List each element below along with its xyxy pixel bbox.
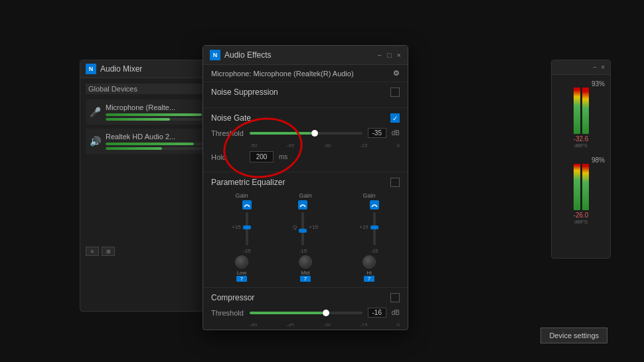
comp-tick-labels: -60 -45 -30 -15 0 [250,322,400,326]
parametric-eq-section: Parametric Equalizer Gain +15 [203,172,408,288]
compressor-checkbox[interactable] [390,293,400,302]
comp-threshold-row: Threshold -16 dB [211,308,400,318]
audio-effects-logo: N [210,50,220,60]
eq-checkbox[interactable] [390,178,400,187]
eq-mid-plus: +15 [309,224,318,230]
threshold-label: Threshold [211,129,244,137]
hold-input[interactable]: 200 [250,151,274,162]
comp-threshold-thumb[interactable] [323,310,329,316]
noise-gate-checkbox[interactable] [390,113,400,123]
speaker-icon: 🔊 [88,135,102,148]
eq-mid-fader-col: -15 [298,200,307,254]
eq-hi-q-knob[interactable] [362,255,376,269]
comp-threshold-slider[interactable] [250,312,362,314]
eq-mid-fader[interactable] [301,212,304,245]
eq-band-mid-gain-label: Gain [299,192,311,199]
list-view-btn[interactable]: ≡ [86,247,99,256]
eq-title: Parametric Equalizer [211,178,285,187]
audio-mixer-title: Audio Mixer [100,64,142,74]
right-minimize-icon[interactable]: − [593,64,597,71]
comp-tick-15: -15 [360,322,368,326]
eq-low-fader-col: -15 [242,200,252,254]
eq-band-low-fader-area: +15 -15 [232,200,252,254]
compressor-title: Compressor [211,293,254,302]
device-name-realtek: Realtek HD Audio 2... [106,133,212,141]
comp-threshold-value: -16 [368,308,386,318]
threshold-slider[interactable] [250,132,362,135]
noise-suppression-title: Noise Suppression [211,88,278,97]
tick-15: -15 [360,143,368,149]
eq-band-hi-gain-label: Gain [362,192,375,199]
noise-suppression-section: Noise Suppression [203,82,408,108]
right-close-icon[interactable]: × [601,64,605,71]
tick-30: -30 [323,143,331,149]
grid-view-btn[interactable]: ⊞ [102,247,115,256]
eq-mid-freq: 7 [300,276,311,282]
comp-tick-60: -60 [250,322,258,326]
eq-hi-fader-thumb[interactable] [370,225,378,229]
noise-gate-header: Noise Gate [211,113,400,123]
eq-low-fader-thumb[interactable] [243,225,251,229]
right-meter-1: 93% -32.6 dBFS [557,80,605,149]
right-panel-controls: − × [593,64,605,71]
eq-mid-label: Mid [301,270,310,276]
eq-hi-curve-btn[interactable] [370,200,379,210]
comp-threshold-fill [250,312,323,314]
right-meter-1-bar-r [582,88,589,134]
eq-hi-plus: +15 [359,224,368,230]
ae-close-btn[interactable]: × [397,51,401,59]
eq-bands-container: Gain +15 -15 [211,192,400,282]
eq-low-fader[interactable] [246,212,248,245]
device-meter-fill-1a [106,113,202,116]
eq-mid-q-knob[interactable] [299,255,312,269]
noise-gate-title: Noise Gate [211,113,251,123]
comp-tick-0: 0 [397,322,400,326]
right-meter-2-db: -26.0 [557,211,605,219]
audio-effects-dialog: N Audio Effects − □ × Microphone: Microp… [202,45,408,330]
threshold-value: -35 [368,128,386,138]
right-meter-2-bars [557,164,605,210]
audio-effects-titlebar: N Audio Effects − □ × [203,46,408,65]
eq-mid-curve-btn[interactable] [298,200,307,210]
eq-mid-fader-thumb[interactable] [299,229,307,233]
subtitle-gear-icon[interactable]: ⚙ [393,69,400,78]
eq-band-low-gain-label: Gain [235,192,248,199]
right-meter-2: 98% -26.0 dBFS [557,156,605,225]
comp-threshold-unit: dB [392,309,400,316]
ae-maximize-btn[interactable]: □ [387,51,392,59]
threshold-thumb[interactable] [311,130,318,137]
ae-minimize-btn[interactable]: − [377,51,381,59]
noise-suppression-checkbox[interactable] [390,88,400,97]
tick-45: -45 [286,143,294,149]
eq-band-mid-fader-area: Q -15 +15 [293,200,318,254]
audio-effects-controls: − □ × [377,51,401,59]
hold-label: Hold [211,153,244,161]
tick-0: 0 [397,143,400,149]
eq-low-curve-btn[interactable] [242,200,252,210]
eq-band-hi: Gain +15 -15 [339,192,400,282]
threshold-unit: dB [392,129,400,137]
tick-50: -50 [250,143,258,149]
eq-hi-fader[interactable] [373,212,376,245]
audio-effects-body: Noise Suppression Noise Gate Threshold -… [203,82,408,326]
threshold-ticks: -50 -45 -30 -15 0 [211,142,400,149]
eq-hi-fader-col: -15 [370,200,379,254]
device-name-microphone: Microphone (Realte... [106,103,212,111]
comp-threshold-label: Threshold [211,309,244,317]
eq-band-hi-fader-area: +15 -15 [359,200,379,254]
device-subtitle-text: Microphone: Microphone (Realtek(R) Audio… [211,70,354,78]
eq-hi-gain-minus: -15 [370,248,378,254]
hold-unit: ms [279,153,287,160]
device-meter-fill-1b [106,118,170,121]
audio-effects-title-area: N Audio Effects [210,50,272,60]
right-meter-2-bar-r [582,164,589,210]
device-settings-button[interactable]: Device settings [540,328,607,343]
right-meter-1-bars [557,88,605,134]
compressor-section: Compressor Threshold -16 dB -60 -45 -30 … [203,288,408,326]
threshold-fill [250,132,311,135]
eq-low-q-knob[interactable] [235,255,248,269]
eq-mid-q-label: Q [293,224,297,230]
eq-low-plus: +15 [232,224,241,230]
device-meter-fill-2a [106,143,194,145]
right-meter-1-percent: 93% [557,80,605,88]
